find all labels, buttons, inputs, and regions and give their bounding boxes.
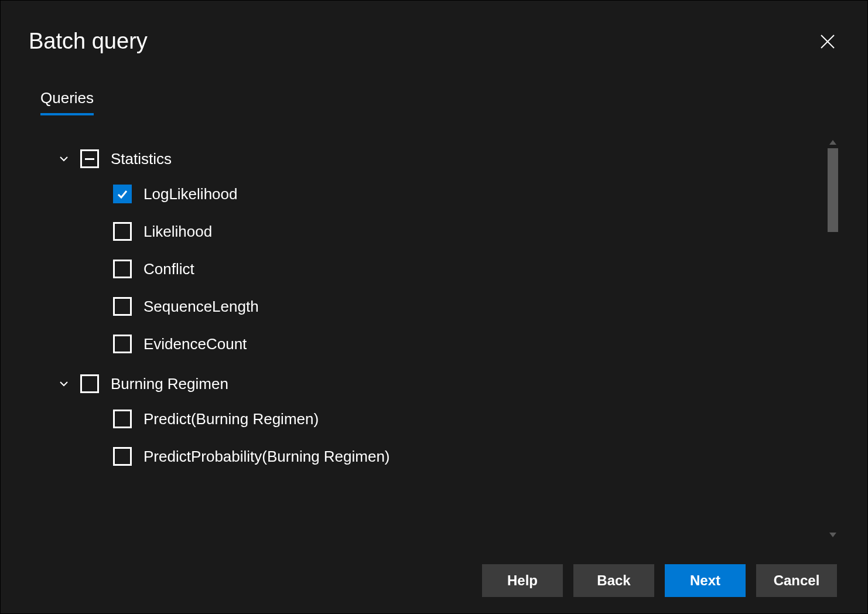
checkbox-conflict[interactable] (113, 260, 132, 278)
tree-group-burning-regimen: Burning Regimen Predict(Burning Regimen)… (57, 367, 839, 475)
tree-children: LogLikelihood Likelihood Conflict (57, 175, 839, 363)
dialog-footer: Help Back Next Cancel (29, 564, 839, 599)
group-checkbox-statistics[interactable] (80, 149, 99, 168)
group-label: Statistics (111, 150, 172, 168)
expand-toggle[interactable] (57, 377, 71, 391)
next-button[interactable]: Next (665, 564, 746, 597)
tree-item: PredictProbability(Burning Regimen) (113, 438, 839, 475)
group-label: Burning Regimen (111, 375, 228, 393)
indeterminate-icon (85, 158, 94, 160)
triangle-down-icon (829, 533, 836, 537)
query-tree: Statistics LogLikelihood Likelihood (29, 137, 839, 475)
item-label: LogLikelihood (143, 185, 237, 203)
tree-group-header: Burning Regimen (57, 367, 839, 400)
tree-item: LogLikelihood (113, 175, 839, 213)
item-label: Likelihood (143, 223, 212, 241)
scroll-up-arrow[interactable] (826, 137, 839, 148)
group-checkbox-burning-regimen[interactable] (80, 374, 99, 393)
checkbox-predictprobability-burning-regimen[interactable] (113, 447, 132, 466)
checkbox-sequencelength[interactable] (113, 297, 132, 316)
tree-item: SequenceLength (113, 288, 839, 325)
scrollbar[interactable] (826, 137, 839, 541)
checkbox-predict-burning-regimen[interactable] (113, 410, 132, 428)
scroll-thumb[interactable] (828, 148, 838, 232)
close-icon (820, 34, 835, 49)
cancel-button[interactable]: Cancel (756, 564, 837, 597)
back-button[interactable]: Back (573, 564, 654, 597)
tree-group-header: Statistics (57, 142, 839, 175)
tabs-bar: Queries (29, 89, 839, 115)
tree-item: Conflict (113, 250, 839, 288)
tree-children: Predict(Burning Regimen) PredictProbabil… (57, 400, 839, 475)
check-icon (116, 187, 129, 200)
help-button[interactable]: Help (482, 564, 563, 597)
tree-item: Likelihood (113, 213, 839, 250)
tree-group-statistics: Statistics LogLikelihood Likelihood (57, 142, 839, 363)
item-label: EvidenceCount (143, 335, 247, 353)
expand-toggle[interactable] (57, 152, 71, 166)
checkbox-likelihood[interactable] (113, 222, 132, 241)
item-label: Predict(Burning Regimen) (143, 410, 319, 428)
item-label: SequenceLength (143, 298, 259, 316)
batch-query-dialog: Batch query Queries (0, 0, 868, 614)
dialog-header: Batch query (29, 29, 839, 54)
tree-container: Statistics LogLikelihood Likelihood (29, 137, 839, 541)
dialog-title: Batch query (29, 29, 148, 54)
tree-item: EvidenceCount (113, 325, 839, 363)
scroll-down-arrow[interactable] (826, 529, 839, 541)
checkbox-evidencecount[interactable] (113, 335, 132, 353)
svg-marker-2 (829, 140, 836, 145)
scroll-track[interactable] (826, 148, 839, 529)
chevron-down-icon (59, 154, 69, 164)
close-button[interactable] (816, 30, 839, 53)
tree-item: Predict(Burning Regimen) (113, 400, 839, 438)
svg-marker-3 (829, 533, 836, 537)
item-label: PredictProbability(Burning Regimen) (143, 448, 390, 466)
item-label: Conflict (143, 260, 194, 278)
tab-queries[interactable]: Queries (40, 89, 94, 115)
triangle-up-icon (829, 140, 836, 145)
chevron-down-icon (59, 378, 69, 389)
checkbox-loglikelihood[interactable] (113, 185, 132, 203)
